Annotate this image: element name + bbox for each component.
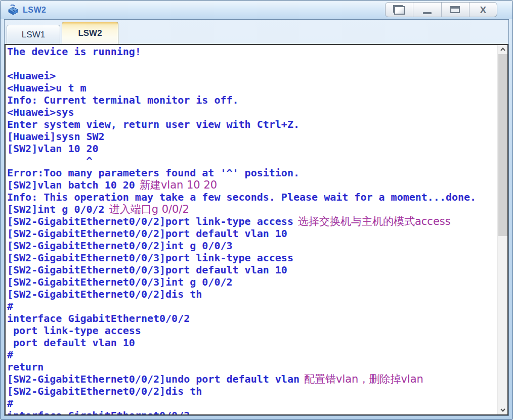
command-text: [SW2]vlan batch 10 20 [7, 179, 135, 191]
cascade-windows-button[interactable] [386, 3, 413, 17]
terminal-panel[interactable]: The device is running!<Huawei><Huawei>u … [5, 44, 508, 415]
minimize-icon [423, 12, 432, 14]
command-text: [SW2]int g 0/0/2 [7, 203, 105, 215]
command-text: Error:Too many parameters found at '^' p… [7, 167, 300, 179]
annotation-text: 选择交换机与主机的模式access [298, 215, 451, 227]
terminal-scrollbar[interactable] [497, 45, 507, 414]
terminal-line: # [7, 349, 497, 361]
window-content: LSW1LSW2 The device is running!<Huawei><… [4, 19, 509, 416]
terminal-line: [SW2-GigabitEthernet0/0/3]int g 0/0/2 [7, 276, 497, 288]
terminal-line: [SW2-GigabitEthernet0/0/2]dis th [7, 288, 497, 300]
terminal-line: [SW2]vlan 10 20 [7, 143, 497, 155]
command-text: # [7, 349, 13, 361]
terminal-line: ^ [7, 155, 497, 167]
title-bar[interactable]: LSW2 X [1, 1, 512, 19]
tab-label: LSW2 [78, 28, 102, 38]
terminal-line: Info: This operation may take a few seco… [7, 191, 497, 203]
terminal-line: [SW2-GigabitEthernet0/0/3]port link-type… [7, 252, 497, 264]
terminal-line: The device is running! [7, 45, 497, 58]
command-text: # [7, 300, 13, 312]
terminal-line: # [7, 300, 497, 312]
terminal-line: Info: Current terminal monitor is off. [7, 94, 497, 106]
terminal-line: port default vlan 10 [7, 337, 497, 349]
terminal-line: <Huawei>sys [7, 106, 497, 118]
command-text: Info: Current terminal monitor is off. [7, 94, 239, 106]
scrollbar-thumb[interactable] [498, 54, 507, 236]
command-text: [SW2]vlan 10 20 [7, 143, 99, 155]
terminal-line: [SW2-GigabitEthernet0/0/2]dis th [7, 385, 497, 397]
close-icon: X [480, 5, 487, 15]
command-text: <Huawei>sys [7, 106, 74, 118]
terminal-output[interactable]: The device is running!<Huawei><Huawei>u … [6, 45, 497, 414]
scroll-up-button[interactable] [498, 45, 508, 54]
window-controls: X [385, 2, 497, 17]
terminal-line: [SW2]int g 0/0/2进入端口g 0/0/2 [7, 203, 497, 215]
terminal-line: # [7, 397, 497, 409]
command-text: Enter system view, return user view with… [7, 118, 300, 130]
command-text: port default vlan 10 [7, 337, 135, 349]
command-text: Info: This operation may take a few seco… [7, 191, 476, 203]
command-text: return [7, 361, 44, 373]
chevron-down-icon [500, 408, 505, 412]
command-text: [SW2-GigabitEthernet0/0/3]port default v… [7, 264, 287, 276]
command-text: port link-type access [7, 324, 141, 337]
command-text: interface GigabitEthernet0/0/2 [7, 312, 190, 324]
command-text: [SW2-GigabitEthernet0/0/2]port link-type… [7, 215, 293, 227]
terminal-line: [SW2]vlan batch 10 20新建vlan 10 20 [7, 179, 497, 191]
close-button[interactable]: X [469, 3, 497, 17]
terminal-line: <Huawei>u t m [7, 82, 497, 94]
terminal-line: port link-type access [7, 324, 497, 337]
terminal-line: [SW2-GigabitEthernet0/0/3]port default v… [7, 264, 497, 276]
command-text: <Huawei>u t m [7, 82, 87, 94]
command-text: [SW2-GigabitEthernet0/0/2]undo port defa… [7, 373, 300, 385]
terminal-line: Enter system view, return user view with… [7, 118, 497, 130]
terminal-line [7, 58, 497, 70]
command-text: ^ [7, 155, 93, 167]
command-text: interface GigabitEthernet0/0/2 [7, 409, 190, 414]
terminal-line: Error:Too many parameters found at '^' p… [7, 167, 497, 179]
annotation-text: 进入端口g 0/0/2 [109, 203, 189, 215]
command-text: [SW2-GigabitEthernet0/0/2]dis th [7, 288, 202, 300]
scroll-down-button[interactable] [498, 406, 508, 414]
command-text: The device is running! [7, 45, 141, 58]
console-window: LSW2 X LSW1LSW2 The device is running!<H… [0, 0, 513, 420]
command-text: # [7, 397, 13, 409]
terminal-line: interface GigabitEthernet0/0/2 [7, 409, 497, 414]
command-text: <Huawei> [7, 70, 56, 82]
command-text: [SW2-GigabitEthernet0/0/2]dis th [7, 385, 202, 397]
minimize-button[interactable] [413, 3, 441, 17]
chevron-up-icon [500, 48, 505, 51]
terminal-line: [Huawei]sysn SW2 [7, 130, 497, 143]
maximize-icon [450, 6, 460, 13]
terminal-line: interface GigabitEthernet0/0/2 [7, 312, 497, 324]
maximize-button[interactable] [441, 3, 469, 17]
tab-label: LSW1 [22, 30, 45, 40]
terminal-line: <Huawei> [7, 70, 497, 82]
command-text: [SW2-GigabitEthernet0/0/3]int g 0/0/2 [7, 276, 233, 288]
cascade-windows-icon [393, 5, 405, 15]
terminal-line: [SW2-GigabitEthernet0/0/2]port link-type… [7, 215, 497, 227]
terminal-line: [SW2-GigabitEthernet0/0/2]int g 0/0/3 [7, 240, 497, 252]
tab-lsw1[interactable]: LSW1 [7, 25, 60, 44]
terminal-line: return [7, 361, 497, 373]
annotation-text: 配置错vlan，删除掉vlan [304, 373, 423, 385]
command-text: [SW2-GigabitEthernet0/0/2]int g 0/0/3 [7, 240, 233, 252]
command-text: [SW2-GigabitEthernet0/0/2]port default v… [7, 227, 287, 240]
tab-lsw2[interactable]: LSW2 [62, 22, 118, 44]
command-text: [SW2-GigabitEthernet0/0/3]port link-type… [7, 252, 293, 264]
terminal-line: [SW2-GigabitEthernet0/0/2]undo port defa… [7, 373, 497, 385]
command-text: [Huawei]sysn SW2 [7, 130, 105, 143]
switch-device-icon [7, 5, 19, 16]
window-title: LSW2 [23, 6, 46, 15]
annotation-text: 新建vlan 10 20 [140, 179, 217, 191]
tab-bar: LSW1LSW2 [5, 20, 508, 44]
terminal-line: [SW2-GigabitEthernet0/0/2]port default v… [7, 227, 497, 240]
